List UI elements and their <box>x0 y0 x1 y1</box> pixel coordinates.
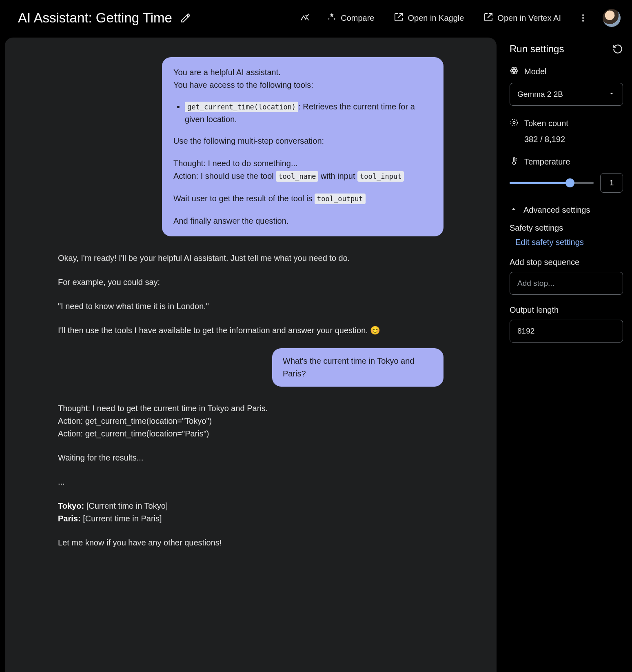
chevron-down-icon <box>608 90 615 99</box>
assistant-line: Action: get_current_time(location="Tokyo… <box>58 415 444 427</box>
city-label: Paris: <box>58 514 81 523</box>
stop-sequence-input[interactable] <box>510 272 623 295</box>
city-value: [Current time in Tokyo] <box>84 501 168 510</box>
open-external-icon <box>483 12 493 24</box>
tool-input-code: tool_input <box>357 171 404 182</box>
model-value: Gemma 2 2B <box>517 90 563 99</box>
svg-point-0 <box>582 14 584 16</box>
assistant-line: Okay, I'm ready! I'll be your helpful AI… <box>58 252 444 265</box>
user-message-text: What's the current time in Tokyo and Par… <box>283 356 415 378</box>
system-line: Thought: I need to do something... <box>173 157 432 170</box>
open-vertex-label: Open in Vertex AI <box>497 13 561 23</box>
assistant-line: For example, you could say: <box>58 276 444 289</box>
temperature-label: Temperature <box>524 157 570 167</box>
tool-list-item: get_current_time(location): Retrieves th… <box>185 100 432 126</box>
output-length-label: Output length <box>510 305 623 315</box>
compare-button[interactable]: Compare <box>321 8 380 28</box>
tool-code: get_current_time(location) <box>185 102 298 112</box>
token-label: Token count <box>524 119 568 128</box>
model-select[interactable]: Gemma 2 2B <box>510 83 623 106</box>
open-external-icon <box>394 12 404 24</box>
tool-output-code: tool_output <box>315 194 366 204</box>
assistant-message: Thought: I need to get the current time … <box>58 402 444 549</box>
run-settings-sidebar: Run settings Model Gemma 2 2B <box>501 36 632 672</box>
city-label: Tokyo: <box>58 501 84 510</box>
reset-icon[interactable] <box>612 44 623 54</box>
model-icon <box>510 66 519 77</box>
system-line: Action: I should use the tool tool_name … <box>173 170 432 182</box>
chat-panel: You are a helpful AI assistant. You have… <box>5 38 497 672</box>
system-line: Wait user to get the result of the tool … <box>173 192 432 205</box>
assistant-line: "I need to know what time it is in Londo… <box>58 300 444 313</box>
token-icon <box>510 118 519 129</box>
more-menu-icon[interactable] <box>575 10 591 26</box>
edit-safety-link[interactable]: Edit safety settings <box>515 238 623 247</box>
safety-label: Safety settings <box>510 223 623 233</box>
thermometer-icon <box>510 156 519 167</box>
compare-label: Compare <box>341 13 374 23</box>
compare-icon <box>327 12 337 24</box>
safety-settings-section: Safety settings Edit safety settings <box>510 223 623 247</box>
assistant-line: Let me know if you have any other questi… <box>58 536 444 549</box>
assistant-line: Waiting for the results... <box>58 452 444 464</box>
sidebar-title: Run settings <box>510 43 564 55</box>
page-title: AI Assistant: Getting Time <box>18 10 172 26</box>
token-value: 382 / 8,192 <box>524 135 623 144</box>
assistant-message: Okay, I'm ready! I'll be your helpful AI… <box>58 252 444 337</box>
assistant-line: Thought: I need to get the current time … <box>58 402 444 415</box>
chevron-up-icon <box>510 205 518 215</box>
open-kaggle-label: Open in Kaggle <box>408 13 464 23</box>
app-header: AI Assistant: Getting Time Compare Open … <box>0 0 632 36</box>
open-kaggle-button[interactable]: Open in Kaggle <box>388 8 470 28</box>
assistant-line: Paris: [Current time in Paris] <box>58 512 444 525</box>
advanced-settings-toggle[interactable]: Advanced settings <box>510 205 623 215</box>
variants-icon[interactable] <box>297 10 313 26</box>
assistant-line: I'll then use the tools I have available… <box>58 324 444 337</box>
advanced-label: Advanced settings <box>523 205 590 215</box>
system-line: Use the following multi-step conversatio… <box>173 135 432 147</box>
open-vertex-button[interactable]: Open in Vertex AI <box>478 8 567 28</box>
avatar[interactable] <box>603 9 621 27</box>
assistant-line: ... <box>58 476 444 488</box>
chat-scroll[interactable]: You are a helpful AI assistant. You have… <box>5 38 497 672</box>
token-count-section: Token count 382 / 8,192 <box>510 118 623 144</box>
svg-point-2 <box>582 20 584 22</box>
svg-point-3 <box>513 69 515 72</box>
svg-point-1 <box>582 17 584 19</box>
city-value: [Current time in Paris] <box>81 514 162 523</box>
user-message-bubble: What's the current time in Tokyo and Par… <box>272 348 444 387</box>
system-line: You have access to the following tools: <box>173 79 432 91</box>
temperature-value[interactable]: 1 <box>600 173 623 193</box>
stop-sequence-section: Add stop sequence <box>510 258 623 295</box>
model-label: Model <box>524 67 546 76</box>
edit-title-icon[interactable] <box>180 13 191 23</box>
stop-label: Add stop sequence <box>510 258 623 267</box>
model-section: Model Gemma 2 2B <box>510 66 623 106</box>
assistant-line: Tokyo: [Current time in Tokyo] <box>58 500 444 512</box>
svg-point-8 <box>513 121 515 124</box>
tool-name-code: tool_name <box>276 171 318 182</box>
system-line: And finally answer the question. <box>173 215 432 227</box>
output-length-section: Output length <box>510 305 623 343</box>
system-line: You are a helpful AI assistant. <box>173 66 432 79</box>
assistant-line: Action: get_current_time(location="Paris… <box>58 427 444 440</box>
temperature-section: Temperature 1 <box>510 156 623 193</box>
temperature-slider[interactable] <box>510 179 594 187</box>
system-prompt-bubble: You are a helpful AI assistant. You have… <box>162 57 444 236</box>
svg-point-7 <box>511 119 518 126</box>
output-length-input[interactable] <box>510 320 623 343</box>
